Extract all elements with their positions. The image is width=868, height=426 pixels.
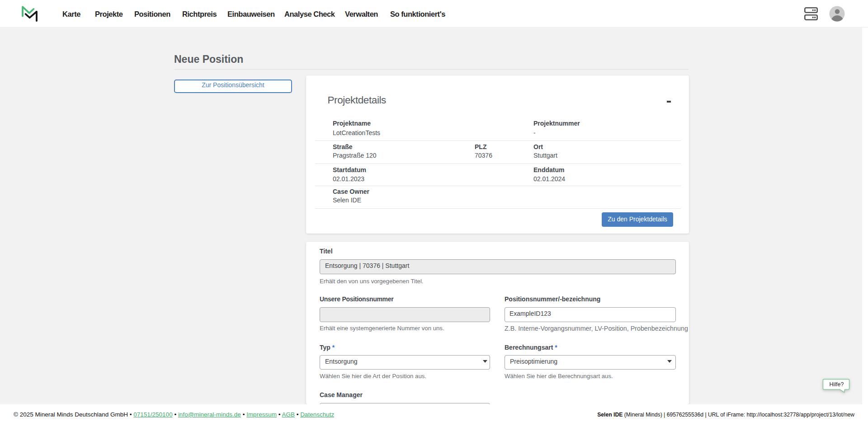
svg-text:Hilfe?: Hilfe?	[829, 381, 844, 388]
